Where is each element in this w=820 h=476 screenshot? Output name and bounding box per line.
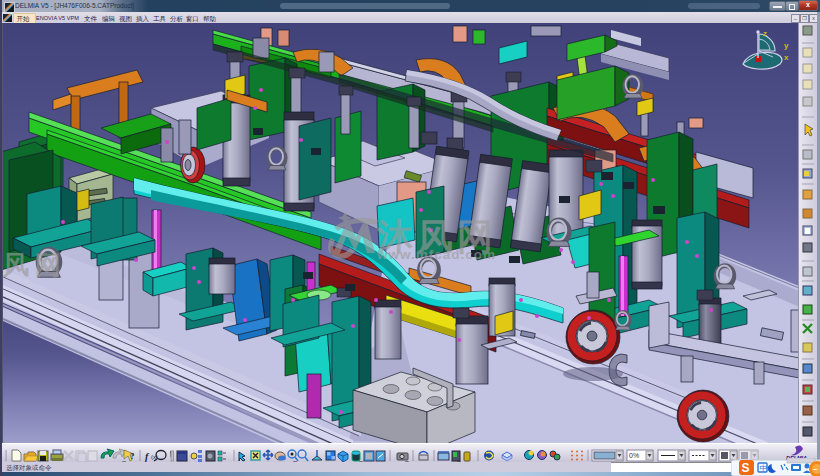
svg-text:S: S xyxy=(742,461,750,475)
svg-text:f: f xyxy=(145,451,150,462)
svg-text:风网: 风网 xyxy=(3,250,67,280)
svg-text:?: ? xyxy=(130,451,135,461)
svg-text:0%: 0% xyxy=(629,452,639,459)
svg-text:z: z xyxy=(763,29,767,38)
svg-text:y: y xyxy=(784,41,789,50)
svg-text:www.mfcad.com: www.mfcad.com xyxy=(376,247,496,262)
svg-text:x: x xyxy=(784,53,789,62)
svg-text:中: 中 xyxy=(760,464,768,473)
svg-text:~: ~ xyxy=(813,465,818,474)
